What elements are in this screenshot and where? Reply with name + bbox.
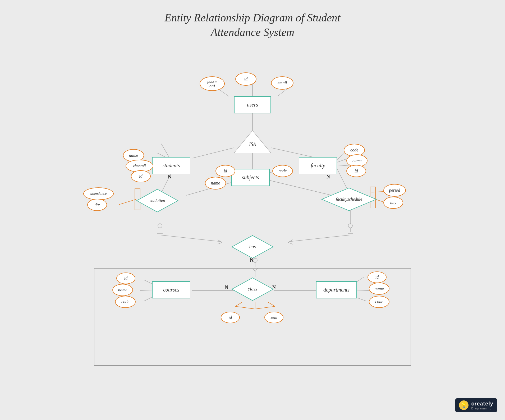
svg-point-39 <box>253 258 257 262</box>
attr-courses-code: code <box>115 296 136 308</box>
attr-students-id: id <box>131 170 151 182</box>
entity-departments: departments <box>316 281 357 298</box>
svg-text:studatten: studatten <box>150 198 165 203</box>
attr-class-id: id <box>221 312 240 323</box>
attr-faculty-id: id <box>346 165 366 177</box>
attr-courses-id: id <box>116 273 135 284</box>
attr-departments-id: id <box>368 271 387 283</box>
attr-departments-code: code <box>369 296 389 308</box>
attr-courses-name: name <box>112 284 133 296</box>
entity-students: students <box>152 157 190 174</box>
svg-line-35 <box>290 235 350 242</box>
attr-users-id: id <box>235 72 256 86</box>
svg-point-32 <box>348 224 352 228</box>
attr-users-email: email <box>271 76 293 90</box>
logo-text: creately Diagramming <box>471 401 493 410</box>
svg-line-5 <box>271 148 319 158</box>
svg-line-37 <box>288 242 293 244</box>
svg-text:ISA: ISA <box>249 142 256 147</box>
attr-facultyschedule-day: day <box>383 197 403 209</box>
attr-studatten-dte: dte <box>87 199 107 211</box>
relationship-has: has <box>231 235 274 259</box>
diagram-title: Entity Relationship Diagram of Student A… <box>165 11 341 39</box>
relationship-facultyschedule: facultyschedule <box>321 187 377 211</box>
entity-faculty: faculty <box>299 157 337 174</box>
isa-triangle: ISA <box>234 131 271 154</box>
entity-users: users <box>234 96 271 113</box>
svg-point-25 <box>158 224 162 228</box>
logo-subtitle: Diagramming <box>471 407 493 410</box>
svg-line-36 <box>288 240 293 242</box>
svg-line-30 <box>218 242 222 244</box>
entity-subjects: subjects <box>231 169 270 186</box>
svg-line-29 <box>218 240 222 242</box>
attr-studatten-attendance: attendance <box>83 187 114 200</box>
svg-text:has: has <box>249 244 256 249</box>
logo-name: creately <box>471 401 493 407</box>
logo-bulb-icon: 💡 <box>459 400 469 410</box>
relationship-class: class <box>231 277 274 301</box>
svg-line-4 <box>192 148 234 158</box>
attr-users-password: password <box>200 76 225 91</box>
mult-students-n: N <box>168 174 171 180</box>
main-container: Entity Relationship Diagram of Student A… <box>0 0 505 420</box>
attr-facultyschedule-period: period <box>383 184 406 197</box>
svg-line-21 <box>119 199 136 205</box>
mult-faculty-n: N <box>327 174 330 180</box>
mult-has-n: N <box>250 257 253 263</box>
creately-logo: 💡 creately Diagramming <box>455 398 497 412</box>
attr-subjects-code: code <box>272 165 293 177</box>
attr-subjects-id: id <box>215 165 235 177</box>
attr-departments-name: name <box>369 283 389 295</box>
svg-text:facultyschedule: facultyschedule <box>336 197 362 202</box>
mult-courses-n: N <box>225 285 228 290</box>
relationship-studatten: studatten <box>136 189 178 213</box>
svg-text:class: class <box>248 286 257 292</box>
svg-line-28 <box>160 235 221 242</box>
entity-courses: courses <box>152 281 190 298</box>
attr-subjects-name: name <box>205 177 226 190</box>
mult-departments-n: N <box>272 285 276 290</box>
diagram-area: users ISA students faculty subjects stud… <box>41 45 464 401</box>
attr-class-sem: sem <box>264 312 283 323</box>
